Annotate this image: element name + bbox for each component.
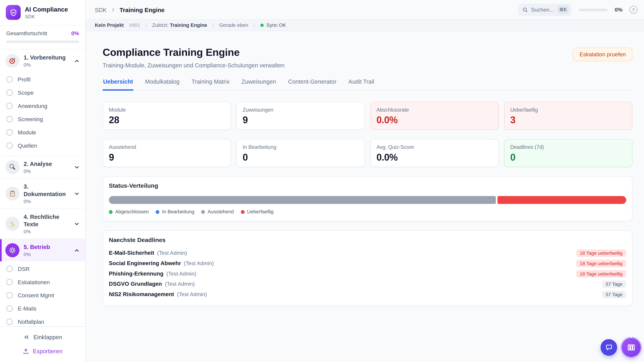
nav-section-label: 3. Dokumentation bbox=[24, 183, 66, 197]
nav-section-pct: 0% bbox=[24, 168, 70, 174]
search-input[interactable]: Suchen... ⌘K bbox=[518, 3, 572, 16]
sidebar-header: AI Compliance SDK bbox=[0, 0, 85, 26]
radio-circle-icon bbox=[6, 89, 13, 96]
floating-actions bbox=[600, 338, 641, 357]
deadline-assignee: (Test Admin) bbox=[177, 291, 207, 297]
chevrons-left-icon bbox=[23, 334, 30, 340]
legend-in-bearbeitung: In Bearbeitung bbox=[156, 209, 194, 215]
deadline-row[interactable]: Phishing-Erkennung(Test Admin) 18 Tage u… bbox=[109, 269, 626, 279]
nav-section-analyse-header[interactable]: 2. Analyse 0% bbox=[0, 156, 85, 178]
overall-progress-label: Gesamtfortschritt bbox=[6, 30, 47, 36]
breadcrumb-sdk[interactable]: SDK bbox=[95, 6, 107, 13]
stat-value: 28 bbox=[109, 115, 225, 126]
search-placeholder: Suchen... bbox=[531, 6, 554, 13]
nav-section-pct: 0% bbox=[24, 252, 70, 257]
top-header: SDK Training Engine Suchen... ⌘K 0% ? bbox=[86, 0, 644, 20]
target-icon bbox=[5, 54, 20, 68]
status-distribution-panel: Status-Verteilung Abgeschlossen In Bearb… bbox=[103, 176, 632, 221]
radio-circle-icon bbox=[6, 142, 13, 149]
header-progress-bar bbox=[579, 8, 608, 11]
chat-bubble-icon bbox=[605, 344, 613, 352]
radio-circle-icon bbox=[6, 292, 13, 299]
export-button[interactable]: Exportieren bbox=[5, 346, 80, 356]
stat-card-zuweisungen: Zuweisungen 9 bbox=[236, 102, 365, 130]
overall-progress: Gesamtfortschritt 0% bbox=[0, 26, 85, 50]
chevron-up-icon bbox=[74, 58, 80, 64]
nav-item-anwendung[interactable]: Anwendung bbox=[0, 99, 85, 112]
tab-uebersicht[interactable]: Uebersicht bbox=[103, 78, 134, 90]
nav-section-label: 4. Rechtliche Texte bbox=[24, 213, 59, 227]
stat-value: 0 bbox=[243, 152, 359, 163]
chat-fab-button[interactable] bbox=[600, 339, 617, 356]
nav-section-dokumentation: 3. Dokumentation 0% bbox=[0, 179, 85, 209]
board-fab-button[interactable] bbox=[622, 338, 641, 357]
nav-item-eskalationen[interactable]: Eskalationen bbox=[0, 276, 85, 289]
deadline-name: DSGVO Grundlagen bbox=[109, 281, 162, 287]
red-dot-icon bbox=[241, 210, 244, 214]
collapse-sidebar-button[interactable]: Einklappen bbox=[5, 332, 80, 342]
stat-value: 3 bbox=[510, 115, 626, 126]
page-header: Compliance Training Engine Training-Modu… bbox=[103, 46, 632, 68]
deadlines-list: E-Mail-Sicherheit(Test Admin) 18 Tage ue… bbox=[109, 248, 626, 300]
chevron-up-icon bbox=[74, 247, 80, 253]
nav-item-notfallplan[interactable]: Notfallplan bbox=[0, 315, 85, 327]
app-identity: AI Compliance SDK bbox=[25, 5, 68, 19]
stat-value: 9 bbox=[243, 115, 359, 126]
tab-zuweisungen[interactable]: Zuweisungen bbox=[241, 78, 276, 90]
radio-circle-icon bbox=[6, 305, 13, 312]
deadline-row[interactable]: NIS2 Risikomanagement(Test Admin) 57 Tag… bbox=[109, 289, 626, 300]
nav-item-dsr[interactable]: DSR bbox=[0, 262, 85, 276]
nav-section-betrieb-header[interactable]: 5. Betrieb 0% bbox=[0, 239, 85, 261]
stat-value: 0.0% bbox=[376, 152, 492, 163]
deadline-assignee: (Test Admin) bbox=[157, 250, 187, 256]
nav-item-consent-mgmt[interactable]: Consent Mgmt bbox=[0, 289, 85, 302]
radio-circle-icon bbox=[6, 116, 13, 122]
stat-card-ausstehend: Ausstehend 9 bbox=[103, 139, 231, 167]
tab-training-matrix[interactable]: Training Matrix bbox=[191, 78, 230, 90]
overall-progress-bar bbox=[6, 40, 79, 43]
nav-section-rechtliche-texte-header[interactable]: 4. Rechtliche Texte 0% bbox=[0, 209, 85, 239]
bar-segment-ausstehend bbox=[109, 196, 496, 204]
status-distribution-legend: Abgeschlossen In Bearbeitung Ausstehend … bbox=[109, 209, 626, 215]
deadline-assignee: (Test Admin) bbox=[184, 260, 214, 266]
help-icon[interactable]: ? bbox=[630, 6, 638, 14]
deadline-row[interactable]: E-Mail-Sicherheit(Test Admin) 18 Tage ue… bbox=[109, 248, 626, 258]
tab-modulkatalog[interactable]: Modulkatalog bbox=[144, 78, 180, 90]
breadcrumb: SDK Training Engine bbox=[95, 6, 518, 13]
nav-section-analyse: 2. Analyse 0% bbox=[0, 156, 85, 179]
stat-card-quiz-score: Avg. Quiz-Score 0.0% bbox=[370, 139, 499, 167]
deadlines-title: Naechste Deadlines bbox=[109, 237, 626, 243]
radio-circle-icon bbox=[6, 129, 13, 136]
chevron-down-icon bbox=[74, 221, 80, 227]
nav-item-module[interactable]: Module bbox=[0, 126, 85, 139]
app-title: AI Compliance bbox=[25, 5, 68, 13]
deadline-row[interactable]: Social Engineering Abwehr(Test Admin) 18… bbox=[109, 258, 626, 269]
stat-card-in-bearbeitung: In Bearbeitung 0 bbox=[236, 139, 365, 167]
deadline-badge: 57 Tage bbox=[602, 291, 626, 298]
nav-item-quellen[interactable]: Quellen bbox=[0, 139, 85, 152]
nav-item-e-mails[interactable]: E-Mails bbox=[0, 302, 85, 315]
last-module-value: Training Engine bbox=[170, 22, 207, 28]
sync-status: Sync OK bbox=[260, 22, 286, 28]
nav-section-vorbereitung-items: Profil Scope Anwendung Screening Module … bbox=[0, 72, 85, 156]
check-escalation-button[interactable]: Eskalation pruefen bbox=[573, 48, 632, 61]
upload-icon bbox=[23, 348, 29, 354]
legend-ueberfaellig: Ueberfaellig bbox=[241, 209, 274, 215]
tab-content-generator[interactable]: Content-Generator bbox=[288, 78, 337, 90]
main-area: SDK Training Engine Suchen... ⌘K 0% ? bbox=[86, 0, 644, 362]
nav-section-vorbereitung-header[interactable]: 1. Vorbereitung 0% bbox=[0, 50, 85, 72]
blue-dot-icon bbox=[156, 210, 160, 214]
nav-section-dokumentation-header[interactable]: 3. Dokumentation 0% bbox=[0, 179, 85, 209]
deadline-row[interactable]: DSGVO Grundlagen(Test Admin) 57 Tage bbox=[109, 279, 626, 289]
stat-value: 0 bbox=[510, 152, 626, 163]
nav-section-pct: 0% bbox=[24, 199, 70, 204]
deadline-badge: 57 Tage bbox=[602, 280, 626, 288]
stat-card-deadlines-7d: Deadlines (7d) 0 bbox=[504, 139, 632, 167]
sidebar-footer: Einklappen Exportieren bbox=[0, 326, 85, 362]
last-sync-time: Gerade eben bbox=[219, 22, 248, 28]
nav-item-screening[interactable]: Screening bbox=[0, 112, 85, 126]
nav-item-profil[interactable]: Profil bbox=[0, 73, 85, 86]
stat-label: Abschlussrate bbox=[376, 107, 492, 113]
nav-item-scope[interactable]: Scope bbox=[0, 86, 85, 99]
tab-audit-trail[interactable]: Audit Trail bbox=[348, 78, 375, 90]
